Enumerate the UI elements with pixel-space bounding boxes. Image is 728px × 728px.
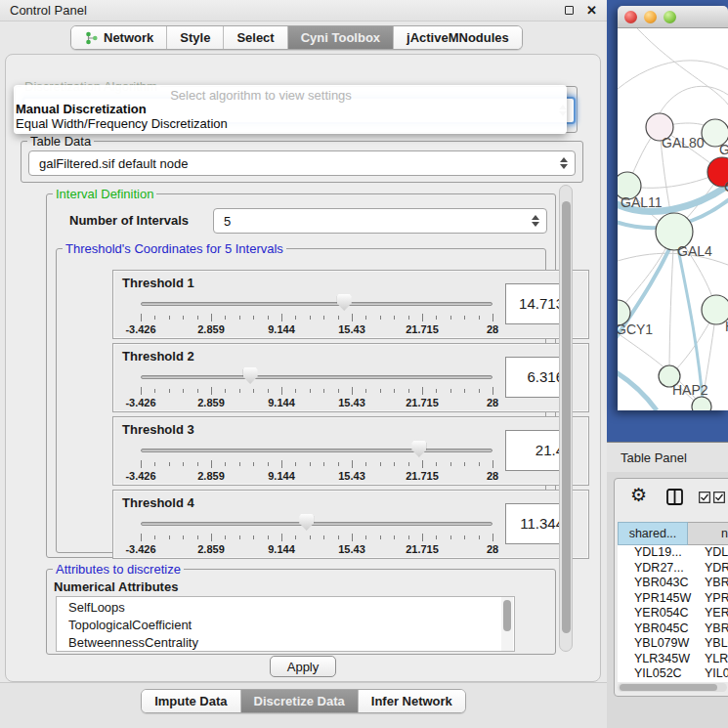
bottom-tab-group: Impute Data Discretize Data Infer Networ… <box>141 689 466 713</box>
table-header-row: shared... n <box>618 522 728 545</box>
table-row[interactable]: YPR145W YPR1 <box>618 591 728 607</box>
scrollbar-thumb[interactable] <box>620 684 717 691</box>
tab-label: Select <box>236 30 274 45</box>
threshold-panel: Threshold 3 -3.4262.8599.14415.4321.7152… <box>112 416 589 486</box>
network-node[interactable] <box>692 397 711 410</box>
table-row[interactable]: YER054C YER0 <box>618 606 728 621</box>
column-header-shared-name[interactable]: shared... <box>618 522 688 545</box>
table-data-value: galFiltered.sif default node <box>39 156 188 171</box>
attributes-list-scrollbar[interactable] <box>501 597 513 651</box>
name-cell: YIL0 <box>688 666 728 682</box>
threshold-label: Threshold 1 <box>122 276 194 290</box>
shared-name-cell: YBL079W <box>618 636 688 652</box>
tab-infer-network[interactable]: Infer Network <box>359 690 465 712</box>
threshold-slider[interactable]: -3.4262.8599.14415.4321.71528 <box>141 441 492 486</box>
table-body: YDL19... YDL1 YDR27... YDR2 YBR043C YBR0… <box>618 545 728 682</box>
node-label-gal11: GAL11 <box>621 194 663 210</box>
table-data-combobox[interactable]: galFiltered.sif default node <box>28 150 576 176</box>
cyni-toolbox-panel: Discretization Algorithm Select algorith… <box>5 54 601 682</box>
column-header-name[interactable]: n <box>688 522 728 545</box>
scrollbar-thumb[interactable] <box>503 600 511 631</box>
network-graph: GAL80GACGAL11GAL4GCY1HHAP2 <box>618 28 728 410</box>
close-window-icon[interactable] <box>624 11 637 23</box>
attribute-list-item[interactable]: TopologicalCoefficient <box>68 617 514 634</box>
slider-ticks <box>141 314 492 322</box>
group-title: Attributes to discretize <box>53 562 184 577</box>
zoom-window-icon[interactable] <box>664 11 676 23</box>
table-row[interactable]: YBR045C YBR0 <box>618 621 728 637</box>
dropdown-hint: Select algorithm to view settings <box>14 88 508 103</box>
threshold-label: Threshold 4 <box>122 495 194 510</box>
threshold-slider[interactable]: -3.4262.8599.14415.4321.71528 <box>141 367 492 412</box>
node-label-ga: GA <box>719 142 728 157</box>
network-canvas[interactable]: GAL80GACGAL11GAL4GCY1HHAP2 <box>618 28 728 410</box>
thresholds-group: Threshold's Coordinates for 5 Intervals … <box>56 241 546 553</box>
table-horizontal-scrollbar[interactable] <box>618 683 727 692</box>
shared-name-cell: YIL052C <box>618 666 688 682</box>
slider-handle[interactable] <box>243 367 258 384</box>
tab-label: Impute Data <box>154 694 227 708</box>
stepper-arrows-icon <box>532 215 539 227</box>
table-row[interactable]: YIL052C YIL0 <box>618 666 728 682</box>
name-cell: YER0 <box>688 606 728 621</box>
shared-name-cell: YDL19... <box>618 545 688 561</box>
slider-track[interactable] <box>141 302 492 306</box>
tab-network[interactable]: Network <box>71 26 167 49</box>
dropdown-item-equal-width-frequency[interactable]: Equal Width/Frequency Discretization <box>16 116 228 131</box>
numerical-attributes-list[interactable]: SelfLoopsTopologicalCoefficientBetweenne… <box>56 596 515 652</box>
tab-label: jActiveMNodules <box>407 30 509 45</box>
apply-button[interactable]: Apply <box>270 656 336 677</box>
tab-discretize-data[interactable]: Discretize Data <box>241 690 359 712</box>
table-row[interactable]: YDR27... YDR2 <box>618 561 728 577</box>
slider-track[interactable] <box>141 375 492 379</box>
slider-handle[interactable] <box>299 514 314 531</box>
group-title: Table Data <box>27 134 94 149</box>
name-cell: YBR0 <box>688 576 728 591</box>
network-node-h[interactable] <box>702 295 728 324</box>
node-label-hap2: HAP2 <box>672 382 708 398</box>
slider-handle[interactable] <box>337 294 352 311</box>
tab-select[interactable]: Select <box>224 26 287 49</box>
table-row[interactable]: YBR043C YBR0 <box>618 576 728 591</box>
settings-scrollbar[interactable] <box>559 185 573 652</box>
tab-jactivemnodules[interactable]: jActiveMNodules <box>394 26 522 49</box>
float-panel-icon[interactable] <box>565 6 574 15</box>
attribute-list-item[interactable]: SelfLoops <box>68 599 514 617</box>
number-of-intervals-combobox[interactable]: 5 <box>213 208 547 234</box>
settings-gear-icon[interactable]: ⚙ <box>630 486 647 504</box>
checked-checkbox-icon[interactable] <box>713 492 725 503</box>
network-view-window[interactable]: GAL80GACGAL11GAL4GCY1HHAP2 <box>618 6 728 410</box>
slider-track[interactable] <box>141 449 492 452</box>
tab-label: Style <box>180 30 210 45</box>
name-cell: YLR3 <box>688 652 728 667</box>
threshold-slider[interactable]: -3.4262.8599.14415.4321.71528 <box>141 294 492 339</box>
attribute-list-item[interactable]: BetweennessCentrality <box>68 634 514 652</box>
tab-label: Discretize Data <box>254 694 345 708</box>
slider-ticks <box>141 460 492 469</box>
bottom-tab-row: Impute Data Discretize Data Infer Networ… <box>0 682 607 728</box>
top-tab-row: Network Style Select Cyni Toolbox jActiv… <box>0 21 607 54</box>
threshold-slider[interactable]: -3.4262.8599.14415.4321.71528 <box>141 514 492 559</box>
node-label-gal80: GAL80 <box>662 135 705 150</box>
threshold-label: Threshold 3 <box>122 422 194 437</box>
stepper-arrows-icon <box>560 157 568 169</box>
network-icon <box>84 31 99 45</box>
tab-impute-data[interactable]: Impute Data <box>142 690 240 712</box>
tab-cyni-toolbox[interactable]: Cyni Toolbox <box>288 26 394 49</box>
close-panel-icon[interactable]: ✕ <box>586 4 597 17</box>
dropdown-item-manual-discretization[interactable]: Manual Discretization <box>16 102 147 116</box>
split-columns-icon[interactable] <box>666 489 683 505</box>
table-row[interactable]: YDL19... YDL1 <box>618 545 728 561</box>
slider-track[interactable] <box>141 522 492 526</box>
number-of-intervals-value: 5 <box>224 214 231 229</box>
minimize-window-icon[interactable] <box>644 11 657 23</box>
table-row[interactable]: YBL079W YBL0 <box>618 636 728 652</box>
group-title: Interval Definition <box>53 187 156 201</box>
tab-style[interactable]: Style <box>167 26 224 49</box>
table-row[interactable]: YLR345W YLR3 <box>618 652 728 667</box>
checked-checkbox-icon[interactable] <box>699 492 710 503</box>
slider-tick-labels: -3.4262.8599.14415.4321.71528 <box>141 470 492 484</box>
threshold-panel: Threshold 2 -3.4262.8599.14415.4321.7152… <box>112 343 589 412</box>
scrollbar-thumb[interactable] <box>562 201 571 633</box>
slider-handle[interactable] <box>411 441 426 457</box>
